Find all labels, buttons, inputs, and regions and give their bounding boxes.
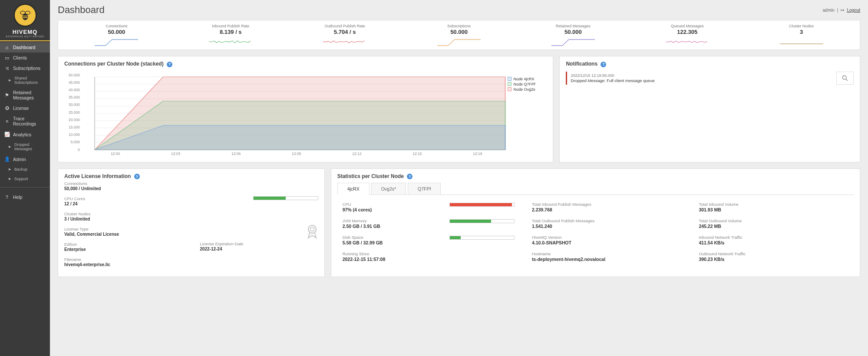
help-icon[interactable]: ? — [601, 62, 606, 67]
caret-icon: ▶ — [9, 79, 11, 82]
nav-admin[interactable]: 👤Admin — [0, 154, 50, 165]
nav-shared-subscriptions[interactable]: ▶Shared Subscriptions — [0, 73, 50, 87]
notification-item[interactable]: 2022/12/15 12:19:58.000 Dropped Message:… — [566, 72, 833, 85]
kpi-outbound-publish-rate[interactable]: Outbound Publish Rate5.704 / s — [290, 24, 400, 48]
chart-title: Connections per Cluster Node (stacked) — [64, 61, 164, 67]
sidebar: HIVEMQ ENTERPRISE MQTT BROKER ⌂Dashboard… — [0, 0, 50, 356]
svg-point-19 — [310, 227, 314, 231]
nav-dashboard[interactable]: ⌂Dashboard — [0, 42, 50, 53]
legend-item[interactable]: Node Q7FPf — [508, 82, 547, 86]
nav-help[interactable]: ?Help — [0, 192, 50, 202]
notification-search-button[interactable] — [836, 72, 854, 85]
cpu-cores-bar — [253, 196, 318, 200]
nav-retained-messages[interactable]: ⚑Retained Messages — [0, 87, 50, 103]
connections-chart-panel: Connections per Cluster Node (stacked) ?… — [58, 56, 553, 162]
nav-backup[interactable]: ▶Backup — [0, 165, 50, 174]
help-icon[interactable]: ? — [167, 62, 172, 67]
kpi-retained-messages[interactable]: Retained Messages50.000 — [518, 24, 628, 48]
kpi-connections[interactable]: Connections50.000 — [62, 24, 172, 48]
chart-legend: Node 4jcRXNode Q7FPfNode Ovg2s — [508, 75, 547, 158]
notification-timestamp: 2022/12/15 12:19:58.000 — [571, 73, 829, 78]
license-panel: Active License Information ? Connections… — [58, 168, 325, 277]
license-title: Active License Information — [64, 173, 131, 179]
clients-icon: ▭ — [4, 55, 10, 60]
nav-clients[interactable]: ▭Clients — [0, 53, 50, 63]
random-icon: ⤭ — [4, 66, 10, 71]
notifications-title: Notifications — [566, 61, 597, 67]
svg-point-16 — [842, 76, 846, 79]
svg-line-17 — [846, 79, 848, 81]
main-content: Dashboard admin | ↦ Logout Connections50… — [50, 0, 868, 356]
kpi-inbound-publish-rate[interactable]: Inbound Publish Rate8.139 / s — [176, 24, 286, 48]
kpi-queued-messages[interactable]: Queued Messages122.305 — [632, 24, 742, 48]
stacked-area-chart: 05.00010.00015.00020.00025.00030.00035.0… — [64, 75, 508, 158]
home-icon: ⌂ — [4, 45, 10, 50]
nav-trace-recordings[interactable]: ≡Trace Recordings — [0, 113, 50, 129]
legend-item[interactable]: Node 4jcRX — [508, 77, 547, 81]
sparkline — [666, 37, 709, 46]
brand-logo: HIVEMQ ENTERPRISE MQTT BROKER — [0, 0, 50, 41]
kpi-row: Connections50.000Inbound Publish Rate8.1… — [58, 20, 860, 50]
svg-point-18 — [308, 225, 316, 233]
kpi-subscriptions[interactable]: Subscriptions50.000 — [404, 24, 514, 48]
logout-icon: ↦ — [841, 8, 844, 13]
caret-icon: ▶ — [9, 145, 11, 148]
nav-analytics[interactable]: 📈Analytics — [0, 129, 50, 140]
sparkline — [780, 37, 823, 46]
tab-Ovg2s[interactable]: Ovg2s* — [371, 183, 406, 194]
caret-icon: ▶ — [9, 177, 11, 181]
bee-logo-icon — [13, 3, 37, 27]
stats-title: Statistics per Cluster Node — [337, 173, 404, 179]
caret-icon: ▶ — [9, 168, 11, 171]
nav-support[interactable]: ▶Support — [0, 174, 50, 184]
svg-point-1 — [20, 11, 25, 15]
nav-license[interactable]: ✪License — [0, 103, 50, 113]
search-icon — [842, 75, 848, 81]
svg-point-2 — [25, 11, 30, 15]
help-icon: ? — [4, 194, 10, 200]
brand-title: HIVEMQ — [0, 29, 50, 35]
sparkline — [323, 37, 366, 46]
sparkline — [209, 37, 252, 46]
list-icon: ≡ — [4, 119, 10, 124]
sparkline — [551, 37, 595, 46]
brand-subtitle: ENTERPRISE MQTT BROKER — [0, 35, 50, 38]
sparkline — [95, 37, 138, 46]
nav-menu: ⌂Dashboard ▭Clients ⤭Subscriptions ▶Shar… — [0, 42, 50, 184]
sparkline — [437, 37, 481, 46]
help-icon[interactable]: ? — [407, 174, 413, 179]
notifications-panel: Notifications ? 2022/12/15 12:19:58.000 … — [559, 56, 860, 162]
tab-4jcRX[interactable]: 4jcRX — [337, 183, 370, 195]
notification-message: Dropped Message: Full client message que… — [571, 78, 829, 83]
user-icon: 👤 — [4, 156, 10, 162]
nav-dropped-messages[interactable]: ▶Dropped Messages — [0, 140, 50, 154]
help-icon[interactable]: ? — [134, 174, 140, 179]
tab-Q7FPf[interactable]: Q7FPf — [408, 183, 441, 194]
jvm-bar — [449, 219, 515, 223]
flag-icon: ⚑ — [4, 92, 10, 98]
user-area: admin | ↦ Logout — [823, 8, 860, 13]
chart-icon: 📈 — [4, 132, 10, 137]
page-title: Dashboard — [58, 4, 105, 16]
cpu-bar — [449, 203, 515, 207]
stats-panel: Statistics per Cluster Node ? 4jcRXOvg2s… — [331, 168, 860, 277]
current-user: admin — [823, 8, 835, 13]
node-tabs: 4jcRXOvg2s*Q7FPf — [337, 183, 854, 195]
nav-subscriptions[interactable]: ⤭Subscriptions — [0, 63, 50, 73]
legend-item[interactable]: Node Ovg2s — [508, 87, 547, 92]
disk-bar — [449, 236, 515, 240]
kpi-cluster-nodes[interactable]: Cluster Nodes3 — [746, 24, 856, 48]
award-badge-icon — [306, 224, 318, 240]
key-icon: ✪ — [4, 105, 10, 111]
logout-link[interactable]: Logout — [847, 8, 860, 13]
